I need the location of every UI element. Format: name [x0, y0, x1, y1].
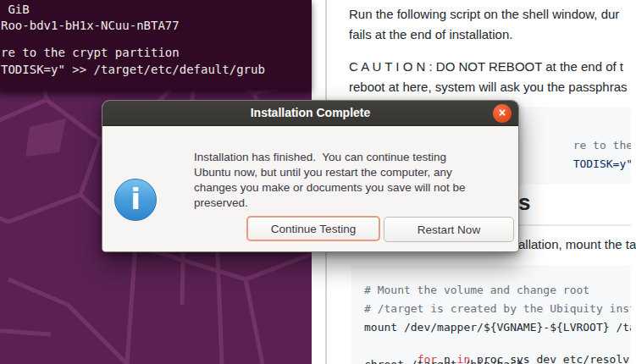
info-icon-glyph: i [130, 182, 141, 216]
section-heading-fragment: s [518, 190, 530, 216]
dialog-message-line: preserved. [194, 196, 248, 211]
continue-testing-button[interactable]: Continue Testing [246, 216, 380, 241]
code-line: mount /dev/mapper/${VGNAME}-${LVROOT} /t… [364, 321, 631, 334]
dialog-titlebar[interactable]: Installation Complete × [102, 101, 518, 126]
doc-paragraph-line: Run the following script on the shell wi… [349, 6, 619, 23]
dialog-body: i Installation has finished. You can con… [102, 126, 518, 252]
terminal-line: Roo-bdv1-bH1x-NCuu-nBTA77 [1, 18, 180, 33]
terminal-window[interactable]: GiB Roo-bdv1-bH1x-NCuu-nBTA77 re to the … [0, 0, 312, 90]
terminal-line: re to the crypt partition [1, 45, 180, 60]
dialog-title: Installation Complete [102, 106, 518, 119]
code-block-mount-script[interactable]: # Mount the volume and change root # /ta… [351, 265, 631, 364]
code-comment: # Mount the volume and change root [364, 284, 589, 297]
code-line: TODISK=y" >> /targ [520, 144, 631, 185]
doc-caution-line: C A U T I O N : DO NOT REBOOT at the end… [349, 58, 623, 75]
info-icon: i [114, 179, 157, 221]
dialog-message-line: Installation has finished. You can conti… [194, 150, 446, 165]
dialog-message-line: changes you make or documents you save w… [194, 180, 465, 196]
screen: GiB Roo-bdv1-bH1x-NCuu-nBTA77 re to the … [0, 0, 636, 364]
close-icon: × [499, 106, 506, 119]
doc-mount-paragraph-fragment: allation, mount the ta [518, 236, 636, 253]
dialog-message-line: Ubuntu now, but until you restart the co… [194, 165, 452, 180]
code-comment: # /target is created by the Ubiquity ins… [364, 302, 631, 316]
installation-complete-dialog: Installation Complete × i Installation h… [102, 100, 519, 252]
terminal-line: GiB [1, 2, 30, 17]
terminal-line: TODISK=y" >> /target/etc/default/grub [1, 62, 265, 77]
doc-caution-line: reboot at here, system will ask you the … [349, 79, 628, 96]
code-line: chroot /target /bin/bash [364, 358, 523, 364]
close-button[interactable]: × [493, 104, 512, 123]
terminal-shadow [0, 89, 312, 101]
doc-paragraph-line: fails at the end of installation. [349, 26, 512, 43]
restart-now-button[interactable]: Restart Now [384, 217, 514, 242]
